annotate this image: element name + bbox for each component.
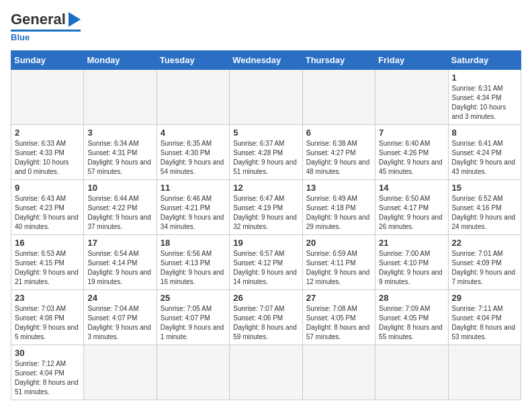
calendar-header-monday: Monday [84,51,157,70]
calendar-day-cell: 2Sunrise: 6:33 AM Sunset: 4:33 PM Daylig… [11,125,84,180]
calendar-header-friday: Friday [375,51,448,70]
day-info: Sunrise: 6:54 AM Sunset: 4:14 PM Dayligh… [87,249,152,287]
day-info: Sunrise: 6:53 AM Sunset: 4:15 PM Dayligh… [15,249,80,287]
day-info: Sunrise: 7:05 AM Sunset: 4:07 PM Dayligh… [161,304,226,342]
calendar-day-cell: 29Sunrise: 7:11 AM Sunset: 4:04 PM Dayli… [448,290,521,345]
logo-blue-text: Blue [11,32,30,42]
calendar-day-cell: 7Sunrise: 6:40 AM Sunset: 4:26 PM Daylig… [375,125,448,180]
day-info: Sunrise: 6:38 AM Sunset: 4:27 PM Dayligh… [306,139,371,177]
calendar-header-wednesday: Wednesday [230,51,302,70]
calendar-day-cell: 22Sunrise: 7:01 AM Sunset: 4:09 PM Dayli… [448,235,521,290]
calendar-day-cell [157,345,229,400]
calendar-table: SundayMondayTuesdayWednesdayThursdayFrid… [11,50,521,400]
calendar-day-cell [230,345,302,400]
calendar-header-saturday: Saturday [448,51,521,70]
calendar-day-cell: 4Sunrise: 6:35 AM Sunset: 4:30 PM Daylig… [157,125,229,180]
calendar-day-cell: 18Sunrise: 6:56 AM Sunset: 4:13 PM Dayli… [157,235,229,290]
calendar-day-cell: 13Sunrise: 6:49 AM Sunset: 4:18 PM Dayli… [302,180,375,235]
calendar-day-cell: 20Sunrise: 6:59 AM Sunset: 4:11 PM Dayli… [302,235,375,290]
calendar-day-cell [157,70,229,125]
day-number: 11 [161,183,226,193]
calendar-day-cell: 3Sunrise: 6:34 AM Sunset: 4:31 PM Daylig… [84,125,157,180]
day-info: Sunrise: 6:50 AM Sunset: 4:17 PM Dayligh… [379,194,444,232]
calendar-day-cell: 15Sunrise: 6:52 AM Sunset: 4:16 PM Dayli… [448,180,521,235]
day-info: Sunrise: 7:01 AM Sunset: 4:09 PM Dayligh… [452,249,517,287]
day-number: 21 [379,238,444,248]
calendar-day-cell: 24Sunrise: 7:04 AM Sunset: 4:07 PM Dayli… [84,290,157,345]
calendar-day-cell [84,70,157,125]
day-number: 13 [306,183,371,193]
day-info: Sunrise: 6:37 AM Sunset: 4:28 PM Dayligh… [233,139,298,177]
day-info: Sunrise: 6:40 AM Sunset: 4:26 PM Dayligh… [379,139,444,177]
calendar-header-row: SundayMondayTuesdayWednesdayThursdayFrid… [11,51,521,70]
calendar-day-cell [230,70,302,125]
day-number: 30 [15,348,80,358]
logo-general-text: General [11,11,66,28]
calendar-day-cell [375,70,448,125]
day-number: 6 [306,128,371,138]
calendar-day-cell [11,70,84,125]
day-info: Sunrise: 7:00 AM Sunset: 4:10 PM Dayligh… [379,249,444,287]
day-number: 22 [452,238,517,248]
day-number: 26 [233,293,298,303]
day-number: 2 [15,128,80,138]
day-info: Sunrise: 6:44 AM Sunset: 4:22 PM Dayligh… [87,194,152,232]
header: General Blue [11,11,521,42]
calendar-day-cell: 28Sunrise: 7:09 AM Sunset: 4:05 PM Dayli… [375,290,448,345]
day-number: 28 [379,293,444,303]
day-number: 9 [15,183,80,193]
day-number: 17 [87,238,152,248]
calendar-day-cell: 14Sunrise: 6:50 AM Sunset: 4:17 PM Dayli… [375,180,448,235]
calendar-day-cell [375,345,448,400]
logo-triangle-icon [69,12,81,27]
day-number: 18 [161,238,226,248]
calendar-header-thursday: Thursday [302,51,375,70]
calendar-day-cell: 11Sunrise: 6:46 AM Sunset: 4:21 PM Dayli… [157,180,229,235]
day-number: 1 [452,73,517,83]
day-info: Sunrise: 6:56 AM Sunset: 4:13 PM Dayligh… [161,249,226,287]
calendar-day-cell: 25Sunrise: 7:05 AM Sunset: 4:07 PM Dayli… [157,290,229,345]
day-number: 29 [452,293,517,303]
day-number: 8 [452,128,517,138]
calendar-day-cell: 16Sunrise: 6:53 AM Sunset: 4:15 PM Dayli… [11,235,84,290]
calendar-day-cell: 12Sunrise: 6:47 AM Sunset: 4:19 PM Dayli… [230,180,302,235]
calendar-week-row: 30Sunrise: 7:12 AM Sunset: 4:04 PM Dayli… [11,345,521,400]
day-number: 7 [379,128,444,138]
day-info: Sunrise: 6:43 AM Sunset: 4:23 PM Dayligh… [15,194,80,232]
day-info: Sunrise: 7:04 AM Sunset: 4:07 PM Dayligh… [87,304,152,342]
logo-underline [11,30,81,32]
calendar-week-row: 16Sunrise: 6:53 AM Sunset: 4:15 PM Dayli… [11,235,521,290]
day-info: Sunrise: 7:11 AM Sunset: 4:04 PM Dayligh… [452,304,517,342]
day-number: 19 [233,238,298,248]
calendar-day-cell: 27Sunrise: 7:08 AM Sunset: 4:05 PM Dayli… [302,290,375,345]
day-number: 3 [87,128,152,138]
calendar-day-cell: 17Sunrise: 6:54 AM Sunset: 4:14 PM Dayli… [84,235,157,290]
day-info: Sunrise: 6:33 AM Sunset: 4:33 PM Dayligh… [15,139,80,177]
day-number: 10 [87,183,152,193]
calendar-header-sunday: Sunday [11,51,84,70]
day-number: 24 [87,293,152,303]
day-number: 20 [306,238,371,248]
calendar-day-cell: 9Sunrise: 6:43 AM Sunset: 4:23 PM Daylig… [11,180,84,235]
calendar-day-cell [448,345,521,400]
day-info: Sunrise: 6:31 AM Sunset: 4:34 PM Dayligh… [452,84,517,122]
day-info: Sunrise: 7:09 AM Sunset: 4:05 PM Dayligh… [379,304,444,342]
day-info: Sunrise: 7:12 AM Sunset: 4:04 PM Dayligh… [15,359,80,397]
calendar-week-row: 1Sunrise: 6:31 AM Sunset: 4:34 PM Daylig… [11,70,521,125]
day-info: Sunrise: 6:47 AM Sunset: 4:19 PM Dayligh… [233,194,298,232]
day-number: 14 [379,183,444,193]
calendar-day-cell: 6Sunrise: 6:38 AM Sunset: 4:27 PM Daylig… [302,125,375,180]
day-info: Sunrise: 6:49 AM Sunset: 4:18 PM Dayligh… [306,194,371,232]
calendar-header-tuesday: Tuesday [157,51,229,70]
day-number: 15 [452,183,517,193]
day-info: Sunrise: 6:41 AM Sunset: 4:24 PM Dayligh… [452,139,517,177]
day-info: Sunrise: 6:52 AM Sunset: 4:16 PM Dayligh… [452,194,517,232]
calendar-day-cell: 5Sunrise: 6:37 AM Sunset: 4:28 PM Daylig… [230,125,302,180]
day-info: Sunrise: 6:46 AM Sunset: 4:21 PM Dayligh… [161,194,226,232]
calendar-day-cell: 19Sunrise: 6:57 AM Sunset: 4:12 PM Dayli… [230,235,302,290]
day-info: Sunrise: 7:08 AM Sunset: 4:05 PM Dayligh… [306,304,371,342]
logo: General Blue [11,11,81,42]
calendar-day-cell: 1Sunrise: 6:31 AM Sunset: 4:34 PM Daylig… [448,70,521,125]
calendar-day-cell: 30Sunrise: 7:12 AM Sunset: 4:04 PM Dayli… [11,345,84,400]
day-number: 4 [161,128,226,138]
